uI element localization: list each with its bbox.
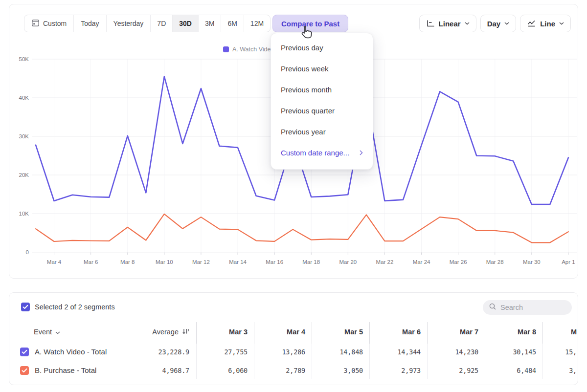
column-header-date: Mar 7 bbox=[420, 322, 478, 342]
x-axis-label: Mar 18 bbox=[302, 259, 320, 265]
value-cell: 3,050 bbox=[304, 361, 363, 380]
series-line-purchase bbox=[36, 214, 568, 243]
column-header-date: Mar 5 bbox=[304, 322, 363, 342]
date-range-30d[interactable]: 30D bbox=[172, 15, 198, 32]
x-axis-label: Mar 8 bbox=[120, 259, 135, 265]
select-all-checkbox[interactable] bbox=[21, 303, 30, 311]
legend-item-watch-video[interactable]: A. Watch Vide bbox=[223, 46, 271, 53]
search-icon bbox=[489, 303, 497, 312]
column-header-date: Mar 3 bbox=[189, 322, 248, 342]
segment-label: B. Purchase - Total bbox=[35, 361, 96, 380]
x-axis-label: Mar 14 bbox=[229, 259, 247, 265]
column-header-event[interactable]: Event bbox=[34, 322, 60, 342]
x-axis-label: Mar 16 bbox=[266, 259, 283, 265]
y-axis-label: 20K bbox=[19, 172, 29, 178]
value-cell: 6,060 bbox=[189, 361, 248, 380]
segment-checkbox[interactable] bbox=[20, 348, 29, 356]
legend-label: A. Watch Vide bbox=[232, 46, 271, 53]
menu-item-custom-date-range[interactable]: Custom date range... bbox=[271, 142, 373, 163]
value-cell: 23,228.9 bbox=[131, 343, 189, 361]
menu-item-previous-day[interactable]: Previous day bbox=[271, 37, 373, 58]
compare-to-past-menu: Previous dayPrevious weekPrevious monthP… bbox=[271, 33, 373, 170]
value-cell: 13,286 bbox=[247, 343, 305, 361]
x-axis-label: Mar 30 bbox=[523, 259, 541, 265]
y-axis-label: 30K bbox=[19, 133, 29, 139]
column-header-date: M bbox=[518, 322, 577, 342]
date-range-label: Today bbox=[81, 20, 99, 27]
chevron-down-icon bbox=[465, 22, 470, 25]
column-header-date: Mar 6 bbox=[362, 322, 421, 342]
date-range-label: Custom bbox=[43, 20, 67, 27]
y-axis-label: 50K bbox=[19, 56, 29, 62]
x-axis-label: Mar 10 bbox=[156, 259, 173, 265]
date-range-label: Yesterday bbox=[113, 20, 144, 27]
date-range-label: 12M bbox=[250, 20, 264, 27]
value-cell: 2,789 bbox=[247, 361, 305, 380]
date-range-6m[interactable]: 6M bbox=[221, 15, 243, 32]
x-axis-label: Mar 22 bbox=[376, 259, 394, 265]
x-axis-label: Mar 4 bbox=[47, 259, 62, 265]
value-cell: 4,968.7 bbox=[131, 361, 189, 380]
x-axis-label: Mar 28 bbox=[486, 259, 504, 265]
date-range-today[interactable]: Today bbox=[73, 15, 106, 32]
segments-summary: Selected 2 of 2 segments bbox=[35, 303, 115, 311]
linear-scale-icon bbox=[426, 20, 435, 27]
x-axis-label: Apr 1 bbox=[562, 259, 575, 265]
value-cell: 27,755 bbox=[189, 343, 248, 361]
chevron-down-icon bbox=[504, 22, 509, 25]
date-range-label: 7D bbox=[157, 20, 166, 27]
menu-item-previous-quarter[interactable]: Previous quarter bbox=[271, 100, 373, 121]
date-range-label: 6M bbox=[227, 20, 237, 27]
custom-date-range-label: Custom date range... bbox=[281, 149, 349, 157]
table-row[interactable]: A. Watch Video - Total23,228.927,75513,2… bbox=[9, 343, 578, 361]
chart-type-dropdown-button[interactable]: Line bbox=[520, 15, 571, 32]
menu-item-previous-week[interactable]: Previous week bbox=[271, 58, 373, 79]
chart-card: Mar 4Mar 6Mar 8Mar 10Mar 12Mar 14Mar 16M… bbox=[9, 4, 578, 279]
date-range-label: 30D bbox=[179, 20, 192, 27]
event-header-label: Event bbox=[34, 328, 52, 336]
x-axis-label: Mar 20 bbox=[339, 259, 357, 265]
segments-panel: Selected 2 of 2 segments EventAverageMar… bbox=[9, 292, 578, 385]
scale-dropdown-label: Linear bbox=[439, 20, 461, 28]
date-range-control: CustomTodayYesterday7D30D3M6M12M bbox=[24, 15, 271, 32]
interval-dropdown-button[interactable]: Day bbox=[480, 15, 517, 32]
value-cell: 14,344 bbox=[362, 343, 421, 361]
x-axis-label: Mar 12 bbox=[192, 259, 210, 265]
menu-item-previous-year[interactable]: Previous year bbox=[271, 121, 373, 142]
column-header-date: Mar 4 bbox=[247, 322, 305, 342]
chart-settings-group: Linear Day Line bbox=[419, 15, 571, 32]
date-range-7d[interactable]: 7D bbox=[150, 15, 172, 32]
interval-dropdown-label: Day bbox=[487, 20, 501, 28]
date-range-label: 3M bbox=[205, 20, 214, 27]
search-input[interactable] bbox=[500, 304, 564, 311]
x-axis-label: Mar 24 bbox=[413, 259, 430, 265]
y-axis-label: 0 bbox=[26, 249, 29, 255]
value-cell: 3, bbox=[518, 361, 577, 380]
x-axis-label: Mar 6 bbox=[84, 259, 98, 265]
segment-label: A. Watch Video - Total bbox=[35, 343, 107, 361]
chevron-down-icon bbox=[55, 328, 60, 336]
compare-to-past-label: Compare to Past bbox=[281, 20, 339, 28]
y-axis-label: 10K bbox=[19, 211, 29, 217]
x-axis-label: Mar 26 bbox=[450, 259, 467, 265]
value-cell: 14,848 bbox=[304, 343, 363, 361]
compare-to-past-button[interactable]: Compare to Past bbox=[272, 15, 348, 32]
date-range-yesterday[interactable]: Yesterday bbox=[106, 15, 151, 32]
average-header-label: Average bbox=[152, 328, 179, 336]
table-row[interactable]: B. Purchase - Total4,968.76,0602,7893,05… bbox=[9, 361, 578, 380]
value-cell: 14,230 bbox=[420, 343, 478, 361]
date-range-3m[interactable]: 3M bbox=[198, 15, 221, 32]
search-box bbox=[483, 300, 572, 315]
date-range-12m[interactable]: 12M bbox=[244, 15, 270, 32]
chevron-down-icon bbox=[559, 22, 564, 25]
calendar-icon bbox=[31, 19, 40, 28]
chevron-right-icon bbox=[360, 149, 363, 157]
date-range-custom[interactable]: Custom bbox=[24, 15, 73, 32]
scale-dropdown-button[interactable]: Linear bbox=[419, 15, 476, 32]
value-cell: 2,973 bbox=[362, 361, 421, 380]
segment-checkbox[interactable] bbox=[20, 366, 29, 375]
column-header-average[interactable]: Average bbox=[131, 322, 189, 342]
value-cell: 15, bbox=[518, 343, 577, 361]
value-cell: 2,925 bbox=[420, 361, 478, 380]
menu-item-previous-month[interactable]: Previous month bbox=[271, 79, 373, 100]
